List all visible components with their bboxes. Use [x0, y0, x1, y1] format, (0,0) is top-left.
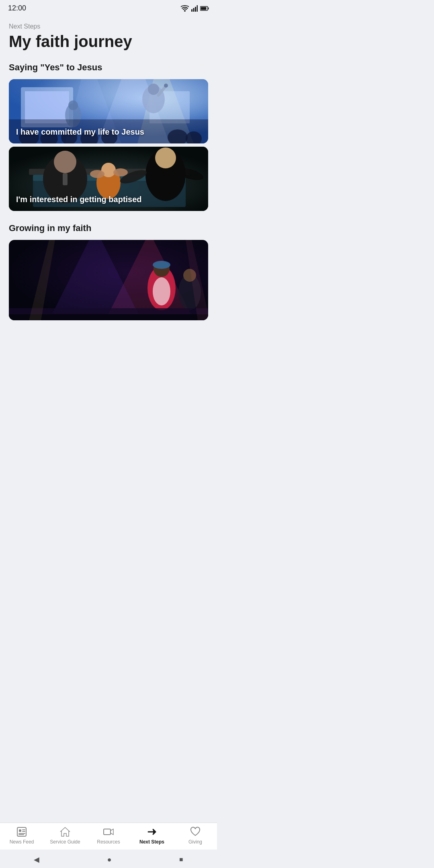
status-time: 12:00 [8, 4, 26, 12]
breadcrumb: Next Steps [9, 23, 208, 30]
card-committed[interactable]: I have committed my life to Jesus [9, 79, 208, 143]
wifi-icon [181, 5, 189, 12]
card-committed-label: I have committed my life to Jesus [16, 127, 201, 137]
page-title: My faith journey [9, 33, 208, 50]
svg-rect-0 [191, 9, 192, 12]
event-scene-svg [9, 240, 208, 320]
card-growing-faith[interactable] [9, 240, 208, 320]
svg-rect-2 [195, 7, 196, 12]
card-baptism-label: I'm interested in getting baptised [16, 194, 201, 205]
section-heading-saying-yes: Saying "Yes" to Jesus [9, 62, 208, 73]
svg-point-49 [153, 261, 170, 269]
svg-point-40 [155, 147, 176, 168]
status-bar: 12:00 [0, 0, 217, 15]
main-content: Next Steps My faith journey Saying "Yes"… [0, 15, 217, 434]
svg-rect-5 [208, 7, 209, 9]
card-baptism[interactable]: I'm interested in getting baptised [9, 147, 208, 211]
section-growing-faith: Growing in my faith [9, 223, 208, 320]
svg-rect-3 [197, 5, 198, 12]
section-heading-growing-faith: Growing in my faith [9, 223, 208, 233]
svg-point-18 [164, 84, 168, 88]
svg-point-20 [68, 100, 78, 110]
section-saying-yes: Saying "Yes" to Jesus [9, 62, 208, 211]
card-container-saying-yes: I have committed my life to Jesus [9, 79, 208, 211]
battery-icon [200, 6, 209, 11]
svg-point-34 [90, 170, 104, 178]
svg-point-16 [148, 84, 159, 95]
page-header: Next Steps My faith journey [9, 23, 208, 50]
status-icons [181, 5, 209, 12]
svg-point-48 [153, 277, 170, 305]
svg-rect-13 [25, 91, 69, 123]
svg-rect-6 [201, 7, 207, 10]
signal-icon [191, 5, 198, 12]
svg-rect-1 [193, 8, 194, 12]
svg-point-37 [54, 151, 76, 173]
svg-rect-38 [63, 173, 68, 185]
